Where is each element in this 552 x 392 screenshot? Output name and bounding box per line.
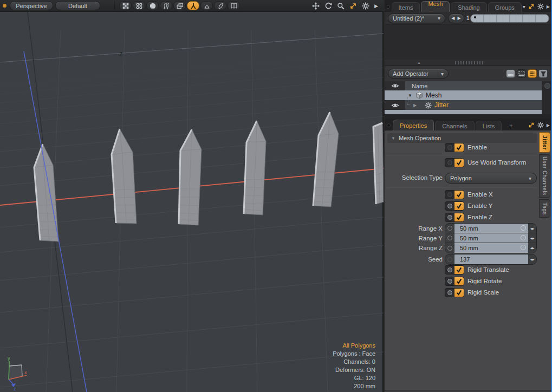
fence-post-5[interactable]	[313, 112, 339, 207]
jitter-expand-arrow-icon[interactable]: ▶	[413, 103, 417, 108]
checkerboard-toggle-button[interactable]	[119, 1, 132, 10]
tab-properties[interactable]: Properties	[393, 120, 434, 130]
status-grid-size: 200 mm	[333, 382, 375, 390]
range-y-mini-circle-icon[interactable]	[521, 235, 526, 240]
enable-y-checkbox[interactable]	[445, 201, 464, 211]
list-header-row: Name #	[385, 81, 542, 90]
side-tab-jitter-active[interactable]: Jitter	[539, 132, 550, 153]
splitter-grip[interactable]	[455, 61, 483, 64]
scene-dropdown[interactable]: Untitled (2)* ▾	[388, 14, 445, 23]
range-z-channel-toggle[interactable]	[445, 243, 454, 253]
props-flyout-arrow-icon[interactable]: ▶	[547, 123, 550, 128]
maximize-viewport-icon[interactable]	[349, 2, 357, 10]
range-y-channel-toggle[interactable]	[445, 233, 454, 243]
actor-mode-button-active[interactable]	[187, 1, 199, 10]
panel-bottom-strip[interactable]	[385, 390, 552, 392]
viewport[interactable]: Perspective Default ▶ -Z	[0, 0, 384, 392]
enable-z-checkbox[interactable]	[445, 213, 464, 222]
scene-nav-buttons: ◀ ▶	[448, 14, 464, 23]
side-tab-tags[interactable]: Tags	[539, 199, 550, 218]
range-z-stepper[interactable]: ◀▶	[528, 243, 536, 253]
viewport-status-readout: All Polygons Polygons : Face Channels: 0…	[333, 342, 375, 390]
list-view-button-active[interactable]	[528, 69, 537, 78]
panel-options-gear-icon[interactable]	[537, 3, 544, 10]
viewport-canvas[interactable]	[0, 0, 384, 392]
visibility-column-eye-icon[interactable]	[391, 82, 399, 90]
seed-stepper[interactable]: ◀▶	[528, 254, 536, 264]
name-column-header[interactable]: Name	[412, 83, 427, 89]
range-x-row: 50 mm ◀▶	[445, 224, 536, 233]
filter-button[interactable]	[538, 69, 548, 78]
deformer-view-button[interactable]	[200, 1, 213, 10]
rigid-rotate-row: Rigid Rotate	[385, 276, 536, 286]
wireframe-dots-button[interactable]	[133, 1, 145, 10]
pan-icon[interactable]	[312, 2, 320, 10]
tab-overflow-chevron-icon[interactable]: ▾	[523, 4, 525, 10]
fence-post-3[interactable]	[179, 129, 202, 225]
fence-post-1[interactable]	[34, 144, 59, 241]
seed-input[interactable]: 137	[454, 254, 528, 264]
enable-x-checkbox[interactable]	[445, 190, 464, 199]
panel-flyout-arrow-icon[interactable]: ▶	[547, 4, 550, 9]
props-options-gear-icon[interactable]	[537, 122, 544, 128]
tab-add[interactable]: +	[503, 121, 519, 130]
prev-scene-button[interactable]: ◀	[451, 16, 454, 21]
range-y-input[interactable]: 50 mm	[454, 233, 528, 243]
props-corner-dot[interactable]	[387, 123, 391, 127]
splitter-collapse-arrow-icon[interactable]: ▲	[417, 61, 421, 64]
scene-tab-strip[interactable]	[470, 14, 549, 23]
use-world-transform-checkbox[interactable]	[445, 158, 464, 167]
tab-shading[interactable]: Shading	[451, 2, 486, 12]
panel-corner-dot[interactable]	[387, 5, 389, 9]
seed-channel-toggle[interactable]	[445, 254, 454, 264]
shading-mode-dropdown[interactable]: Default	[55, 1, 100, 10]
panel-splitter[interactable]: ▲	[385, 60, 552, 66]
fence-post-6[interactable]	[373, 123, 384, 204]
viewport-flyout-arrow-icon[interactable]: ▶	[374, 3, 378, 9]
maximize-panel-icon[interactable]	[528, 3, 535, 10]
jitter-visibility-eye-icon[interactable]	[391, 101, 399, 109]
reference-view-button[interactable]	[228, 1, 240, 10]
scene-dropdown-chevron-icon: ▾	[438, 15, 440, 21]
overlay-rects-button[interactable]	[173, 1, 186, 10]
range-y-stepper[interactable]: ◀▶	[528, 233, 536, 243]
rigid-scale-checkbox[interactable]	[445, 288, 464, 297]
selection-type-dropdown[interactable]: Polygon ▾	[445, 173, 537, 184]
viewport-options-gear-icon[interactable]	[362, 2, 369, 10]
fence-post-4[interactable]	[244, 121, 266, 215]
range-x-channel-toggle[interactable]	[445, 224, 454, 233]
tab-lists[interactable]: Lists	[476, 121, 502, 130]
tab-channels[interactable]: Channels	[435, 121, 474, 130]
fence-post-2[interactable]	[112, 129, 137, 224]
rigid-rotate-checkbox[interactable]	[445, 277, 464, 286]
shaded-sphere-button[interactable]	[146, 1, 159, 10]
hair-guides-button[interactable]	[160, 1, 172, 10]
ghost-view-button[interactable]	[517, 69, 526, 78]
range-z-input[interactable]: 50 mm	[454, 243, 528, 253]
list-scroll-thumb[interactable]	[544, 83, 550, 89]
view-mode-dropdown[interactable]: Perspective	[10, 1, 53, 10]
enable-checkbox[interactable]	[445, 143, 464, 152]
mesh-operation-section-header[interactable]: ▼ Mesh Operation	[387, 133, 537, 143]
mirror-view-button[interactable]	[214, 1, 226, 10]
range-x-stepper[interactable]: ◀▶	[528, 224, 536, 233]
rigid-translate-checkbox[interactable]	[445, 265, 464, 275]
viewport-corner-dot[interactable]	[3, 4, 7, 8]
range-z-mini-circle-icon[interactable]	[521, 245, 526, 250]
jitter-gear-icon	[425, 102, 432, 109]
add-operator-button[interactable]: Add Operator ▾	[388, 69, 449, 79]
tab-groups[interactable]: Groups	[488, 2, 522, 12]
operator-toolbar: Add Operator ▾	[385, 66, 552, 81]
schematic-empty-area[interactable]	[385, 25, 552, 60]
maximize-props-icon[interactable]	[528, 122, 535, 128]
solo-view-button[interactable]	[506, 69, 515, 78]
tab-items[interactable]: Items	[392, 2, 420, 12]
next-scene-button[interactable]: ▶	[458, 16, 461, 21]
rotate-view-icon[interactable]	[324, 2, 332, 10]
range-x-input[interactable]: 50 mm	[454, 224, 528, 233]
tab-mesh[interactable]: Mesh ...	[421, 1, 450, 12]
list-item-jitter-selected[interactable]: ▶ Jitter	[385, 100, 542, 110]
range-x-mini-circle-icon[interactable]	[521, 225, 526, 231]
zoom-icon[interactable]	[337, 2, 345, 10]
side-tab-user-channels[interactable]: User Channels	[539, 154, 550, 198]
